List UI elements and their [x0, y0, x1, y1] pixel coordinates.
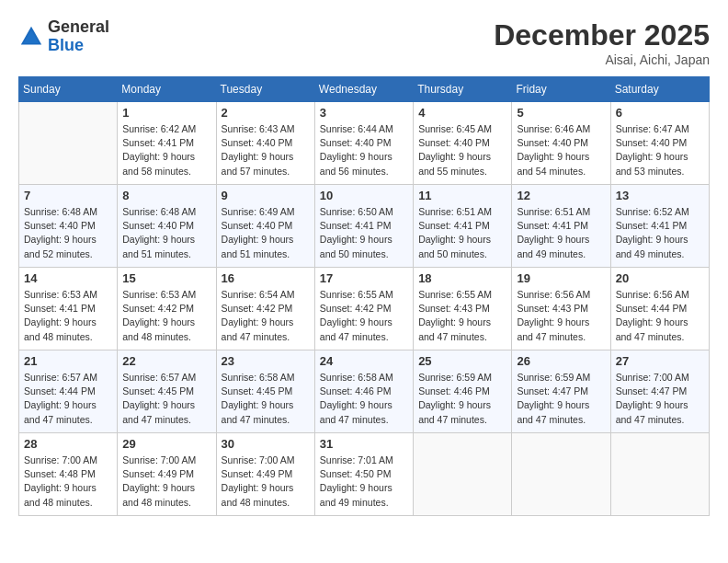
day-number: 8 — [122, 189, 210, 202]
day-info: Sunrise: 6:43 AM Sunset: 4:40 PM Dayligh… — [222, 122, 310, 178]
day-number: 15 — [122, 271, 210, 285]
day-number: 7 — [24, 189, 112, 202]
day-info: Sunrise: 6:56 AM Sunset: 4:43 PM Dayligh… — [517, 288, 605, 344]
day-info: Sunrise: 6:58 AM Sunset: 4:46 PM Dayligh… — [320, 371, 408, 427]
calendar-day-cell: 8Sunrise: 6:48 AM Sunset: 4:40 PM Daylig… — [118, 185, 216, 268]
calendar-day-cell: 18Sunrise: 6:55 AM Sunset: 4:43 PM Dayli… — [414, 268, 512, 350]
weekday-header: Saturday — [610, 77, 709, 102]
day-number: 24 — [320, 354, 408, 368]
day-info: Sunrise: 6:53 AM Sunset: 4:42 PM Dayligh… — [122, 288, 210, 344]
day-number: 29 — [122, 437, 210, 451]
day-number: 28 — [24, 437, 112, 451]
day-info: Sunrise: 6:53 AM Sunset: 4:41 PM Dayligh… — [24, 288, 112, 344]
day-number: 21 — [24, 354, 112, 368]
page-header: General Blue December 2025 Aisai, Aichi,… — [18, 18, 710, 67]
logo-icon — [18, 24, 44, 50]
weekday-header: Monday — [118, 77, 216, 102]
logo-general: General — [48, 17, 109, 36]
day-number: 13 — [616, 189, 704, 202]
logo-text: General Blue — [48, 18, 109, 55]
day-info: Sunrise: 6:56 AM Sunset: 4:44 PM Dayligh… — [616, 288, 704, 344]
day-info: Sunrise: 7:00 AM Sunset: 4:49 PM Dayligh… — [222, 454, 310, 510]
calendar-week-row: 21Sunrise: 6:57 AM Sunset: 4:44 PM Dayli… — [19, 350, 710, 433]
calendar-day-cell: 26Sunrise: 6:59 AM Sunset: 4:47 PM Dayli… — [512, 350, 610, 433]
calendar-day-cell: 28Sunrise: 7:00 AM Sunset: 4:48 PM Dayli… — [19, 433, 118, 516]
calendar-day-cell: 12Sunrise: 6:51 AM Sunset: 4:41 PM Dayli… — [512, 185, 610, 268]
location-subtitle: Aisai, Aichi, Japan — [494, 52, 710, 67]
weekday-header-row: SundayMondayTuesdayWednesdayThursdayFrid… — [19, 77, 710, 102]
day-number: 23 — [222, 354, 310, 368]
day-info: Sunrise: 6:55 AM Sunset: 4:42 PM Dayligh… — [320, 288, 408, 344]
day-number: 18 — [418, 271, 506, 285]
day-info: Sunrise: 6:47 AM Sunset: 4:40 PM Dayligh… — [616, 122, 704, 178]
day-info: Sunrise: 6:44 AM Sunset: 4:40 PM Dayligh… — [320, 122, 408, 178]
day-number: 6 — [616, 106, 704, 120]
calendar-day-cell: 3Sunrise: 6:44 AM Sunset: 4:40 PM Daylig… — [314, 102, 413, 185]
calendar-day-cell: 19Sunrise: 6:56 AM Sunset: 4:43 PM Dayli… — [512, 268, 610, 350]
calendar-day-cell — [610, 433, 709, 516]
month-title: December 2025 — [494, 18, 710, 52]
weekday-header: Wednesday — [314, 77, 413, 102]
calendar-day-cell: 22Sunrise: 6:57 AM Sunset: 4:45 PM Dayli… — [118, 350, 216, 433]
calendar-day-cell: 27Sunrise: 7:00 AM Sunset: 4:47 PM Dayli… — [610, 350, 709, 433]
calendar-table: SundayMondayTuesdayWednesdayThursdayFrid… — [18, 76, 710, 516]
logo: General Blue — [18, 18, 109, 55]
calendar-day-cell — [512, 433, 610, 516]
calendar-week-row: 7Sunrise: 6:48 AM Sunset: 4:40 PM Daylig… — [19, 185, 710, 268]
calendar-day-cell: 11Sunrise: 6:51 AM Sunset: 4:41 PM Dayli… — [414, 185, 512, 268]
day-info: Sunrise: 6:59 AM Sunset: 4:47 PM Dayligh… — [517, 371, 605, 427]
calendar-day-cell: 30Sunrise: 7:00 AM Sunset: 4:49 PM Dayli… — [216, 433, 314, 516]
calendar-day-cell: 1Sunrise: 6:42 AM Sunset: 4:41 PM Daylig… — [118, 102, 216, 185]
day-info: Sunrise: 6:42 AM Sunset: 4:41 PM Dayligh… — [122, 122, 210, 178]
day-number: 14 — [24, 271, 112, 285]
day-number: 31 — [320, 437, 408, 451]
calendar-day-cell — [414, 433, 512, 516]
weekday-header: Thursday — [414, 77, 512, 102]
day-info: Sunrise: 6:48 AM Sunset: 4:40 PM Dayligh… — [24, 205, 112, 261]
day-info: Sunrise: 6:48 AM Sunset: 4:40 PM Dayligh… — [122, 205, 210, 261]
calendar-day-cell: 20Sunrise: 6:56 AM Sunset: 4:44 PM Dayli… — [610, 268, 709, 350]
day-number: 3 — [320, 106, 408, 120]
day-info: Sunrise: 7:00 AM Sunset: 4:49 PM Dayligh… — [122, 454, 210, 510]
calendar-day-cell: 21Sunrise: 6:57 AM Sunset: 4:44 PM Dayli… — [19, 350, 118, 433]
weekday-header: Sunday — [19, 77, 118, 102]
day-number: 11 — [418, 189, 506, 202]
day-number: 2 — [222, 106, 310, 120]
logo-blue: Blue — [48, 36, 84, 54]
calendar-day-cell: 23Sunrise: 6:58 AM Sunset: 4:45 PM Dayli… — [216, 350, 314, 433]
calendar-day-cell: 24Sunrise: 6:58 AM Sunset: 4:46 PM Dayli… — [314, 350, 413, 433]
calendar-week-row: 1Sunrise: 6:42 AM Sunset: 4:41 PM Daylig… — [19, 102, 710, 185]
calendar-day-cell: 13Sunrise: 6:52 AM Sunset: 4:41 PM Dayli… — [610, 185, 709, 268]
day-info: Sunrise: 7:00 AM Sunset: 4:47 PM Dayligh… — [616, 371, 704, 427]
calendar-day-cell: 17Sunrise: 6:55 AM Sunset: 4:42 PM Dayli… — [314, 268, 413, 350]
day-info: Sunrise: 6:45 AM Sunset: 4:40 PM Dayligh… — [418, 122, 506, 178]
calendar-day-cell: 14Sunrise: 6:53 AM Sunset: 4:41 PM Dayli… — [19, 268, 118, 350]
day-number: 17 — [320, 271, 408, 285]
day-info: Sunrise: 7:01 AM Sunset: 4:50 PM Dayligh… — [320, 454, 408, 510]
calendar-day-cell: 9Sunrise: 6:49 AM Sunset: 4:40 PM Daylig… — [216, 185, 314, 268]
calendar-day-cell: 2Sunrise: 6:43 AM Sunset: 4:40 PM Daylig… — [216, 102, 314, 185]
weekday-header: Friday — [512, 77, 610, 102]
day-number: 22 — [122, 354, 210, 368]
day-number: 9 — [222, 189, 310, 202]
day-info: Sunrise: 6:57 AM Sunset: 4:44 PM Dayligh… — [24, 371, 112, 427]
calendar-day-cell: 15Sunrise: 6:53 AM Sunset: 4:42 PM Dayli… — [118, 268, 216, 350]
calendar-day-cell: 10Sunrise: 6:50 AM Sunset: 4:41 PM Dayli… — [314, 185, 413, 268]
day-number: 25 — [418, 354, 506, 368]
day-number: 12 — [517, 189, 605, 202]
calendar-day-cell — [19, 102, 118, 185]
calendar-day-cell: 31Sunrise: 7:01 AM Sunset: 4:50 PM Dayli… — [314, 433, 413, 516]
calendar-day-cell: 4Sunrise: 6:45 AM Sunset: 4:40 PM Daylig… — [414, 102, 512, 185]
day-number: 27 — [616, 354, 704, 368]
calendar-day-cell: 16Sunrise: 6:54 AM Sunset: 4:42 PM Dayli… — [216, 268, 314, 350]
day-number: 19 — [517, 271, 605, 285]
day-info: Sunrise: 6:50 AM Sunset: 4:41 PM Dayligh… — [320, 205, 408, 261]
title-block: December 2025 Aisai, Aichi, Japan — [494, 18, 710, 67]
day-info: Sunrise: 6:49 AM Sunset: 4:40 PM Dayligh… — [222, 205, 310, 261]
calendar-week-row: 14Sunrise: 6:53 AM Sunset: 4:41 PM Dayli… — [19, 268, 710, 350]
calendar-week-row: 28Sunrise: 7:00 AM Sunset: 4:48 PM Dayli… — [19, 433, 710, 516]
day-number: 10 — [320, 189, 408, 202]
day-info: Sunrise: 6:46 AM Sunset: 4:40 PM Dayligh… — [517, 122, 605, 178]
day-info: Sunrise: 6:54 AM Sunset: 4:42 PM Dayligh… — [222, 288, 310, 344]
day-info: Sunrise: 6:55 AM Sunset: 4:43 PM Dayligh… — [418, 288, 506, 344]
